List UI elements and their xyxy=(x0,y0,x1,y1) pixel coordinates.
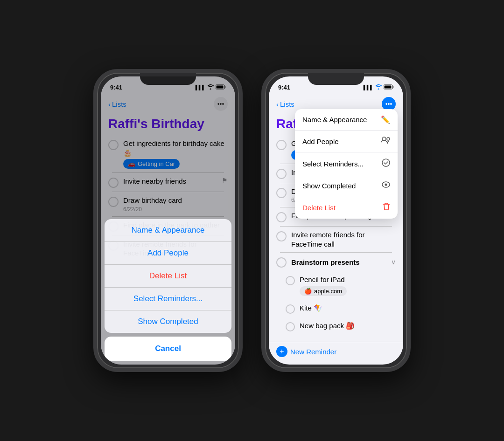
side-btn-vol-up xyxy=(96,151,98,175)
new-reminder-label: New Reminder xyxy=(290,348,336,356)
side-btn-vol-down xyxy=(96,180,98,204)
brainstorm-text-1: Kite 🪁 xyxy=(300,303,322,313)
dropdown-name-appearance[interactable]: Name & Appearance ✏️ xyxy=(295,109,398,131)
phone-frame-1: 9:41 ▌▌▌ ‹ Lists ••• xyxy=(93,69,243,372)
phone-screen-1: 9:41 ▌▌▌ ‹ Lists ••• xyxy=(101,76,235,365)
apple-icon: 🍎 xyxy=(304,288,312,295)
phone-1: 9:41 ▌▌▌ ‹ Lists ••• xyxy=(93,69,243,372)
bottom-bar-2: + New Reminder xyxy=(269,342,403,365)
signal-icon-2: ▌▌▌ xyxy=(364,85,373,90)
dropdown-label-4: Delete List xyxy=(302,204,336,212)
brainstorm-items: Pencil for iPad 🍎 apple.com Kite 🪁 xyxy=(273,271,399,335)
status-time-2: 9:41 xyxy=(278,84,290,91)
brainstorm-circle-0[interactable] xyxy=(286,276,295,285)
action-select-reminders[interactable]: Select Reminders... xyxy=(105,288,231,310)
p2-text-4: Invite remote friends for FaceTime call xyxy=(291,230,396,248)
battery-icon-2 xyxy=(384,84,394,90)
brainstorm-chevron: ∨ xyxy=(391,258,396,266)
status-icons-2: ▌▌▌ xyxy=(364,84,394,90)
action-delete-list[interactable]: Delete List xyxy=(105,265,231,288)
brainstorm-text-2: New bag pack 🎒 xyxy=(300,321,355,331)
notch-2 xyxy=(308,73,364,85)
dropdown-menu: Name & Appearance ✏️ Add People Select R… xyxy=(295,109,398,219)
phone-frame-2: 9:41 ▌▌▌ ‹ Lists ••• xyxy=(261,69,411,372)
side-btn-power xyxy=(238,157,240,189)
back-button-2[interactable]: ‹ Lists xyxy=(276,100,294,108)
brainstorm-body-0: Pencil for iPad 🍎 apple.com xyxy=(300,275,347,296)
dropdown-icon-2 xyxy=(382,158,390,169)
svg-point-6 xyxy=(382,159,390,166)
dropdown-icon-3 xyxy=(382,181,390,190)
p2-circle-1[interactable] xyxy=(276,169,287,179)
cancel-button[interactable]: Cancel xyxy=(105,337,231,361)
side-btn-mute-2 xyxy=(264,129,266,145)
p2-circle-3[interactable] xyxy=(276,212,287,222)
action-sheet-content: Name & Appearance Add People Delete List… xyxy=(105,219,231,333)
more-dots-icon-2: ••• xyxy=(385,100,392,108)
action-sheet-cancel: Cancel xyxy=(105,337,231,361)
dropdown-label-2: Select Reminders... xyxy=(302,160,364,168)
svg-rect-3 xyxy=(385,85,392,88)
side-btn-vol-down-2 xyxy=(264,180,266,204)
brainstorm-item-2: New bag pack 🎒 xyxy=(282,317,399,335)
phone-screen-2: 9:41 ▌▌▌ ‹ Lists ••• xyxy=(269,76,403,365)
plus-icon: + xyxy=(276,346,287,357)
side-btn-mute xyxy=(96,129,98,145)
apple-label: apple.com xyxy=(314,288,342,295)
action-sheet-1: Name & Appearance Add People Delete List… xyxy=(101,215,235,365)
dropdown-label-3: Show Completed xyxy=(302,182,356,190)
brainstorm-item-0: Pencil for iPad 🍎 apple.com xyxy=(282,271,399,300)
side-btn-power-2 xyxy=(406,157,408,189)
brainstorm-text-0: Pencil for iPad xyxy=(300,275,347,284)
dropdown-select-reminders[interactable]: Select Reminders... xyxy=(295,152,398,175)
p2-item-4: Invite remote friends for FaceTime call xyxy=(273,227,399,252)
dropdown-label-1: Add People xyxy=(302,138,339,145)
dropdown-icon-0: ✏️ xyxy=(381,115,390,124)
action-name-appearance[interactable]: Name & Appearance xyxy=(105,219,231,242)
brainstorm-title: Brainstorm presents xyxy=(291,258,360,266)
brainstorm-group-header[interactable]: Brainstorm presents ∨ xyxy=(273,253,399,271)
dropdown-icon-1 xyxy=(381,137,390,146)
dropdown-add-people[interactable]: Add People xyxy=(295,131,398,152)
new-reminder-button[interactable]: + New Reminder xyxy=(276,346,336,357)
brainstorm-tag-0[interactable]: 🍎 apple.com xyxy=(300,286,347,296)
wifi-icon-2 xyxy=(375,84,382,90)
svg-point-5 xyxy=(387,138,390,140)
dropdown-show-completed[interactable]: Show Completed xyxy=(295,175,398,196)
brainstorm-circle[interactable] xyxy=(276,257,287,268)
back-label-2: Lists xyxy=(280,100,294,108)
dropdown-icon-4 xyxy=(383,202,390,213)
p2-circle-2[interactable] xyxy=(276,188,287,198)
p2-circle-4[interactable] xyxy=(276,231,287,241)
brainstorm-item-1: Kite 🪁 xyxy=(282,300,399,317)
side-btn-vol-up-2 xyxy=(264,151,266,175)
dropdown-label-0: Name & Appearance xyxy=(302,116,367,124)
p2-circle-0[interactable] xyxy=(276,140,287,150)
brainstorm-circle-2[interactable] xyxy=(286,322,295,331)
brainstorm-circle-1[interactable] xyxy=(286,304,295,314)
phone-2: 9:41 ▌▌▌ ‹ Lists ••• xyxy=(261,69,411,372)
dropdown-delete-list[interactable]: Delete List xyxy=(295,196,398,219)
svg-point-8 xyxy=(385,184,387,186)
action-show-completed[interactable]: Show Completed xyxy=(105,310,231,333)
action-add-people[interactable]: Add People xyxy=(105,242,231,265)
chevron-left-icon-2: ‹ xyxy=(276,100,279,108)
